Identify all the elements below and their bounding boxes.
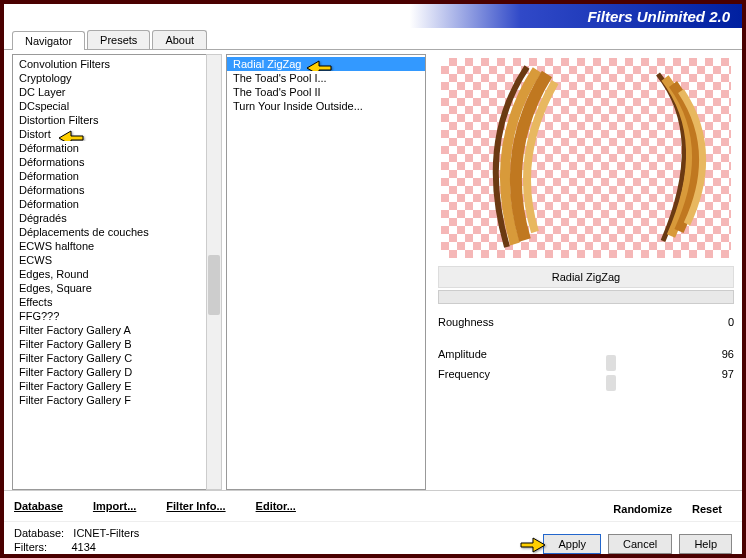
pointer-icon-category xyxy=(57,127,85,141)
category-item[interactable]: Déformation xyxy=(13,197,206,211)
filter-item[interactable]: The Toad's Pool I... xyxy=(227,71,425,85)
app-window: Filters Unlimited 2.0 Navigator Presets … xyxy=(0,0,746,558)
category-item[interactable]: Filter Factory Gallery A xyxy=(13,323,206,337)
bottom-link-bar: Database Import... Filter Info... Editor… xyxy=(4,490,742,521)
db-label: Database: xyxy=(14,527,64,539)
param-slider-thumb[interactable] xyxy=(606,375,616,391)
progress-bar xyxy=(438,290,734,304)
help-button[interactable]: Help xyxy=(679,534,732,554)
cancel-button[interactable]: Cancel xyxy=(608,534,672,554)
preview-graphic-left xyxy=(457,62,567,252)
category-item[interactable]: Distort xyxy=(13,127,206,141)
category-item[interactable]: Déformation xyxy=(13,141,206,155)
category-item[interactable]: Effects xyxy=(13,295,206,309)
category-item[interactable]: Filter Factory Gallery F xyxy=(13,393,206,407)
category-item[interactable]: Cryptology xyxy=(13,71,206,85)
param-value: 0 xyxy=(728,316,734,328)
pointer-icon-filter xyxy=(305,57,333,71)
tab-navigator[interactable]: Navigator xyxy=(12,31,85,50)
category-item[interactable]: Déformation xyxy=(13,169,206,183)
category-item[interactable]: Déplacements de couches xyxy=(13,225,206,239)
category-item[interactable]: Filter Factory Gallery E xyxy=(13,379,206,393)
filters-label: Filters: xyxy=(14,541,47,553)
category-scrollbar[interactable] xyxy=(206,54,222,490)
category-item[interactable]: Déformations xyxy=(13,155,206,169)
filter-item[interactable]: The Toad's Pool II xyxy=(227,85,425,99)
db-value: ICNET-Filters xyxy=(73,527,139,539)
randomize-link[interactable]: Randomize xyxy=(613,503,672,515)
randomize-reset-group: Randomize Reset xyxy=(613,497,732,515)
param-row: Frequency97 xyxy=(438,364,734,384)
tab-presets[interactable]: Presets xyxy=(87,30,150,49)
preview-graphic-right xyxy=(643,66,723,246)
param-value: 97 xyxy=(722,368,734,380)
filters-value: 4134 xyxy=(71,541,95,553)
category-column: Convolution FiltersCryptologyDC LayerDCs… xyxy=(12,54,222,490)
category-item[interactable]: DCspecial xyxy=(13,99,206,113)
tab-about[interactable]: About xyxy=(152,30,207,49)
button-group: Apply Cancel Help xyxy=(539,534,732,554)
param-row: Amplitude96 xyxy=(438,344,734,364)
param-name: Amplitude xyxy=(438,348,487,360)
param-value: 96 xyxy=(722,348,734,360)
category-item[interactable]: Filter Factory Gallery D xyxy=(13,365,206,379)
current-filter-label: Radial ZigZag xyxy=(438,266,734,288)
param-name: Roughness xyxy=(438,316,494,328)
filter-column: Radial ZigZagThe Toad's Pool I...The Toa… xyxy=(226,54,426,490)
preview-column: Radial ZigZag Roughness0Amplitude96Frequ… xyxy=(430,54,734,490)
title-bar: Filters Unlimited 2.0 xyxy=(4,4,742,28)
category-item[interactable]: Filter Factory Gallery B xyxy=(13,337,206,351)
category-item[interactable]: ECWS halftone xyxy=(13,239,206,253)
param-row: Roughness0 xyxy=(438,312,734,332)
category-list[interactable]: Convolution FiltersCryptologyDC LayerDCs… xyxy=(12,54,206,490)
category-item[interactable]: Convolution Filters xyxy=(13,57,206,71)
category-item[interactable]: DC Layer xyxy=(13,85,206,99)
status-bar: Database: ICNET-Filters Filters: 4134 Ap… xyxy=(4,521,742,558)
database-link[interactable]: Database xyxy=(14,500,63,512)
category-item[interactable]: Dégradés xyxy=(13,211,206,225)
scrollbar-thumb[interactable] xyxy=(208,255,220,315)
filter-item[interactable]: Turn Your Inside Outside... xyxy=(227,99,425,113)
tab-bar: Navigator Presets About xyxy=(4,28,742,50)
parameter-area: Roughness0Amplitude96Frequency97 xyxy=(438,312,734,384)
filter-info-link[interactable]: Filter Info... xyxy=(166,500,225,512)
category-item[interactable]: FFG??? xyxy=(13,309,206,323)
import-link[interactable]: Import... xyxy=(93,500,136,512)
reset-link[interactable]: Reset xyxy=(692,503,722,515)
app-title: Filters Unlimited 2.0 xyxy=(587,8,730,25)
param-name: Frequency xyxy=(438,368,490,380)
category-item[interactable]: Distortion Filters xyxy=(13,113,206,127)
apply-button[interactable]: Apply xyxy=(543,534,601,554)
filter-list[interactable]: Radial ZigZagThe Toad's Pool I...The Toa… xyxy=(226,54,426,490)
category-item[interactable]: Edges, Round xyxy=(13,267,206,281)
category-item[interactable]: Filter Factory Gallery C xyxy=(13,351,206,365)
main-area: Convolution FiltersCryptologyDC LayerDCs… xyxy=(4,50,742,490)
filter-item[interactable]: Radial ZigZag xyxy=(227,57,425,71)
editor-link[interactable]: Editor... xyxy=(256,500,296,512)
category-item[interactable]: ECWS xyxy=(13,253,206,267)
category-item[interactable]: Edges, Square xyxy=(13,281,206,295)
category-item[interactable]: Déformations xyxy=(13,183,206,197)
status-info: Database: ICNET-Filters Filters: 4134 xyxy=(14,526,139,554)
preview-pane xyxy=(441,58,731,258)
